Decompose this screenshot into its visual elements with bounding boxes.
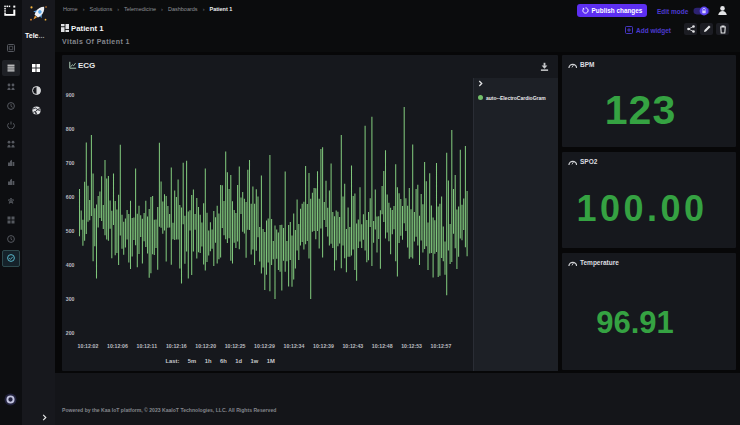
svg-text:10:12:29: 10:12:29 [254, 343, 275, 349]
svg-text:10:12:39: 10:12:39 [313, 343, 334, 349]
svg-text:500: 500 [66, 228, 75, 234]
svg-text:10:12:16: 10:12:16 [166, 343, 187, 349]
svg-text:900: 900 [66, 92, 75, 98]
svg-text:600: 600 [66, 194, 75, 200]
svg-text:200: 200 [66, 330, 75, 336]
svg-text:10:12:11: 10:12:11 [137, 343, 158, 349]
svg-text:10:12:57: 10:12:57 [431, 343, 452, 349]
svg-text:800: 800 [66, 126, 75, 132]
svg-text:400: 400 [66, 262, 75, 268]
svg-text:10:12:20: 10:12:20 [195, 343, 216, 349]
svg-text:10:12:48: 10:12:48 [372, 343, 393, 349]
svg-text:10:12:53: 10:12:53 [401, 343, 422, 349]
svg-text:10:12:02: 10:12:02 [78, 343, 99, 349]
svg-text:300: 300 [66, 296, 75, 302]
svg-text:10:12:25: 10:12:25 [225, 343, 246, 349]
svg-text:10:12:06: 10:12:06 [107, 343, 128, 349]
svg-text:10:12:34: 10:12:34 [284, 343, 305, 349]
svg-text:700: 700 [66, 160, 75, 166]
svg-text:10:12:43: 10:12:43 [342, 343, 363, 349]
